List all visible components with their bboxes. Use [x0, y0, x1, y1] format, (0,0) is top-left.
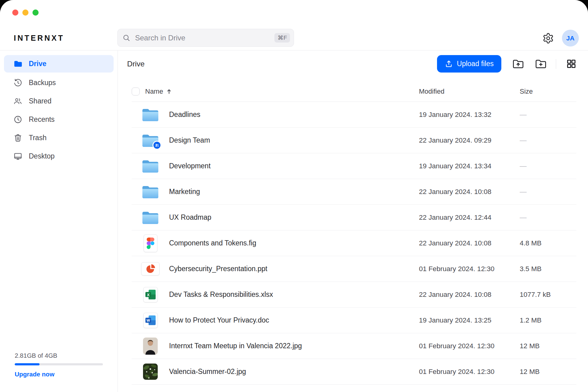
users-icon [13, 97, 22, 106]
table-row[interactable]: Deadlines 19 January 2024. 13:32 — [132, 102, 576, 128]
sidebar-item-label: Backups [29, 79, 56, 87]
column-header-modified[interactable]: Modified [419, 88, 520, 95]
table-row[interactable]: Valencia-Summer-02.jpg 01 February 2024.… [132, 359, 576, 385]
zoom-window-button[interactable] [32, 9, 39, 16]
storage-progress-fill [15, 363, 40, 365]
file-modified-date: 19 January 2024. 13:25 [419, 316, 520, 324]
upload-files-label: Upload files [457, 60, 494, 68]
sidebar-item-label: Trash [29, 134, 47, 142]
file-modified-date: 19 January 2024. 13:32 [419, 111, 520, 119]
file-icon-cell [132, 256, 169, 282]
clock-icon [13, 115, 22, 124]
powerpoint-file-icon [141, 262, 160, 275]
table-row[interactable]: W How to Protect Your Privacy.doc 19 Jan… [132, 308, 576, 333]
window-controls [12, 9, 39, 16]
sidebar-item-label: Shared [29, 97, 51, 105]
table-row[interactable]: Components and Tokens.fig 22 January 202… [132, 230, 576, 256]
file-size: — [520, 136, 576, 144]
sidebar-item-recents[interactable]: Recents [0, 110, 118, 129]
new-folder-button[interactable] [535, 58, 547, 70]
select-all-checkbox[interactable] [132, 88, 140, 95]
sidebar-item-backups[interactable]: Backups [0, 73, 118, 92]
photo-thumbnail [143, 364, 158, 380]
file-name: How to Protect Your Privacy.doc [169, 316, 419, 324]
file-table: Name Modified Size Deadlines 19 January … [132, 81, 576, 385]
column-header-size[interactable]: Size [520, 88, 576, 95]
file-icon-cell [132, 102, 169, 127]
svg-text:X: X [147, 293, 149, 297]
table-row[interactable]: X Dev Tasks & Responsibilities.xlsx 22 J… [132, 282, 576, 308]
column-header-name[interactable]: Name [145, 88, 419, 95]
file-icon-cell: W [132, 308, 169, 333]
svg-text:W: W [146, 318, 150, 323]
file-modified-date: 01 February 2024. 12:30 [419, 265, 520, 273]
folder-upload-icon [512, 59, 524, 69]
excel-file-icon: X [143, 287, 158, 302]
search-icon [123, 34, 130, 42]
file-modified-date: 22 January 2024. 10:08 [419, 291, 520, 299]
table-row[interactable]: UX Roadmap 22 January 2024. 12:44 — [132, 205, 576, 230]
settings-button[interactable] [542, 32, 554, 44]
upload-icon [445, 60, 453, 68]
search-input[interactable] [134, 33, 274, 43]
table-row[interactable]: Design Team 22 January 2024. 09:29 — [132, 128, 576, 153]
file-modified-date: 22 January 2024. 10:08 [419, 188, 520, 196]
storage-progress-bar [15, 363, 103, 365]
storage-usage-label: 2.81GB of 4GB [15, 352, 103, 359]
file-name: Marketing [169, 188, 419, 196]
sidebar-item-shared[interactable]: Shared [0, 92, 118, 110]
avatar[interactable]: JA [562, 30, 579, 47]
table-row[interactable]: Development 19 January 2024. 13:34 — [132, 153, 576, 179]
folder-icon [142, 211, 159, 225]
close-window-button[interactable] [12, 9, 18, 16]
file-icon-cell [132, 128, 169, 153]
content-header: Drive Upload files [127, 55, 577, 73]
search-bar[interactable]: ⌘F [117, 29, 294, 47]
sidebar-item-drive[interactable]: Drive [4, 55, 114, 73]
file-modified-date: 22 January 2024. 12:44 [419, 214, 520, 222]
sidebar-nav: Drive Backups Shared Recents Trash Deskt… [0, 55, 118, 165]
file-name: Valencia-Summer-02.jpg [169, 368, 419, 376]
upload-folder-button[interactable] [512, 58, 524, 70]
table-body: Deadlines 19 January 2024. 13:32 — Desig… [132, 102, 576, 385]
page-title: Drive [127, 60, 437, 68]
file-icon-cell [132, 179, 169, 204]
figma-file-icon [144, 234, 157, 252]
file-icon-cell [132, 333, 169, 359]
file-icon-cell [132, 153, 169, 179]
file-name: Development [169, 162, 419, 170]
table-row[interactable]: Internxt Team Meetup in Valencia 2022.jp… [132, 333, 576, 359]
file-icon-cell [132, 359, 169, 384]
sidebar-item-trash[interactable]: Trash [0, 129, 118, 147]
file-name: Deadlines [169, 110, 419, 119]
file-modified-date: 01 February 2024. 12:30 [419, 342, 520, 350]
minimize-window-button[interactable] [22, 9, 28, 16]
grid-view-button[interactable] [565, 58, 577, 70]
file-size: 4.8 MB [520, 239, 576, 247]
grid-view-icon [566, 59, 576, 69]
upload-files-button[interactable]: Upload files [437, 55, 501, 73]
folder-icon [13, 59, 22, 68]
file-size: 12 MB [520, 368, 576, 376]
file-name: Design Team [169, 136, 419, 144]
table-header: Name Modified Size [132, 81, 576, 102]
table-row[interactable]: Marketing 22 January 2024. 10:08 — [132, 179, 576, 205]
file-size: — [520, 214, 576, 222]
toolbar-divider [556, 59, 556, 69]
file-modified-date: 22 January 2024. 10:08 [419, 239, 520, 247]
photo-thumbnail [143, 338, 158, 355]
folder-icon [142, 108, 159, 122]
search-shortcut-badge: ⌘F [274, 33, 290, 43]
file-size: 1.2 MB [520, 316, 576, 324]
file-size: 3.5 MB [520, 265, 576, 273]
folder-plus-icon [535, 59, 547, 69]
table-row[interactable]: Cybersecurity_Presentation.ppt 01 Februa… [132, 256, 576, 282]
file-name: Cybersecurity_Presentation.ppt [169, 265, 419, 273]
storage-widget: 2.81GB of 4GB Upgrade now [15, 352, 103, 378]
sidebar-item-label: Recents [29, 115, 55, 124]
topbar: INTERNXT ⌘F JA [0, 0, 588, 50]
history-icon [13, 78, 22, 87]
sidebar-item-desktop[interactable]: Desktop [0, 147, 118, 165]
upgrade-link[interactable]: Upgrade now [15, 371, 55, 378]
sidebar: Drive Backups Shared Recents Trash Deskt… [0, 50, 118, 392]
